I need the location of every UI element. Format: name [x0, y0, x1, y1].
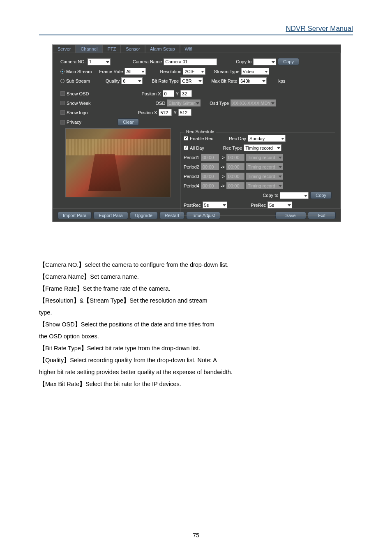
description-text: 【Camera NO.】select the camera to configu… [39, 259, 353, 390]
enable-rec-checkbox[interactable] [184, 136, 188, 141]
rec-copy-to-label: Copy to [263, 193, 278, 198]
copy-to-select[interactable] [253, 58, 276, 65]
frame-rate-label: Frame Rate [99, 69, 123, 74]
privacy-checkbox[interactable] [60, 120, 65, 125]
sub-stream-radio[interactable] [60, 79, 65, 83]
rec-schedule-fieldset: Rec Schedule Enable Rec Rec Day Sunday A… [180, 132, 335, 215]
tab-channel[interactable]: Channel [76, 45, 102, 53]
position-x-label: Positon X [141, 91, 161, 96]
period2-start[interactable]: 00:00 [201, 163, 219, 170]
period1-end[interactable]: 00:00 [226, 154, 244, 161]
main-stream-radio[interactable] [60, 69, 65, 74]
bitrate-type-label: Bit Rate Type [152, 79, 179, 83]
period2-label: Period2 [184, 164, 199, 169]
tab-alarm-setup[interactable]: Alarm Setup [145, 45, 180, 53]
tab-bar: Server Channel PTZ Sensor Alarm Setup Wi… [53, 45, 341, 53]
copy-button[interactable]: Copy [278, 58, 299, 65]
enable-rec-label: Enable Rec [190, 136, 213, 141]
doc-header: NDVR Server Manual [39, 25, 353, 35]
logo-pos-x-input[interactable]: 512 [159, 109, 172, 116]
stream-type-label: Stream Type [214, 69, 239, 74]
period2-end[interactable]: 00:00 [226, 163, 244, 170]
sub-stream-label: Sub Stream [66, 79, 90, 83]
all-day-checkbox[interactable] [184, 146, 188, 150]
show-logo-label: Show logo [67, 110, 88, 115]
main-stream-label: Main Stream [66, 69, 92, 74]
postrec-select[interactable]: 5s [203, 201, 227, 208]
period3-start[interactable]: 00:00 [201, 173, 219, 180]
postrec-label: PostRec [184, 203, 201, 208]
upgrade-button[interactable]: Upgrade [130, 212, 158, 219]
rec-type-label: Rec Type [223, 146, 242, 150]
rec-type-select[interactable]: Timing record [244, 144, 281, 151]
osd-style-select[interactable]: Clarity Glitter [167, 99, 201, 106]
osd-type-label: Osd Type [210, 101, 229, 106]
osd-type-select[interactable]: XX-XX-XXXX MDY [231, 99, 276, 106]
period4-start[interactable]: 00:00 [201, 182, 219, 189]
export-para-button[interactable]: Export Para [93, 212, 128, 219]
y2-label: Y [173, 110, 176, 115]
period1-label: Period1 [184, 155, 199, 160]
osd-pos-y-input[interactable]: 32 [180, 90, 192, 97]
tab-server[interactable]: Server [53, 45, 76, 53]
channel-config-window: Server Channel PTZ Sensor Alarm Setup Wi… [52, 44, 341, 222]
page-number: 75 [0, 532, 392, 539]
tab-wifi[interactable]: Wifi [180, 45, 197, 53]
camera-no-label: Camera NO. [60, 59, 86, 64]
max-bitrate-label: Max Bit Rate [211, 79, 237, 83]
show-osd-label: Show OSD [67, 91, 89, 96]
camera-no-select[interactable]: 1 [88, 58, 111, 65]
all-day-label: All Day [190, 146, 204, 150]
period2-type[interactable]: Timing record [246, 163, 283, 170]
period1-type[interactable]: Timing record [246, 154, 283, 161]
clear-button[interactable]: Clear [118, 118, 139, 126]
frame-rate-select[interactable]: All [125, 68, 146, 75]
period1-start[interactable]: 00:00 [201, 154, 219, 161]
osd-pos-x-input[interactable]: 0 [163, 90, 174, 97]
quality-label: Quality [106, 79, 120, 83]
y-label: Y [176, 91, 179, 96]
show-logo-checkbox[interactable] [60, 110, 65, 115]
show-week-checkbox[interactable] [60, 101, 65, 105]
period3-end[interactable]: 00:00 [226, 173, 244, 180]
max-bitrate-select[interactable]: 640k [239, 77, 267, 84]
period4-type[interactable]: Timing record [246, 182, 283, 189]
rec-day-select[interactable]: Sunday [248, 135, 286, 142]
import-para-button[interactable]: Import Para [58, 212, 92, 219]
camera-name-input[interactable]: Camera 01 [164, 58, 217, 65]
copy-to-label: Copy to [236, 59, 251, 64]
period3-type[interactable]: Timing record [246, 173, 283, 180]
logo-pos-y-input[interactable]: 512 [178, 109, 191, 116]
privacy-label: Privacy [67, 120, 81, 125]
prerec-select[interactable]: 5s [267, 201, 292, 208]
camera-name-label: Camera Name [133, 59, 162, 64]
rec-day-label: Rec Day [229, 136, 246, 141]
tab-sensor[interactable]: Sensor [121, 45, 145, 53]
quality-select[interactable]: 6 [121, 77, 143, 84]
rec-copy-to-select[interactable] [280, 192, 309, 199]
tab-ptz[interactable]: PTZ [102, 45, 121, 53]
kps-label: kps [278, 79, 285, 83]
bitrate-type-select[interactable]: CBR [180, 77, 203, 84]
prerec-label: PreRec [251, 203, 266, 208]
position-x2-label: Postion X [138, 110, 157, 115]
period3-label: Period3 [184, 174, 199, 179]
rec-copy-button[interactable]: Copy [310, 192, 332, 199]
camera-preview [65, 128, 171, 197]
stream-type-select[interactable]: Video [241, 68, 269, 75]
show-week-label: Show Week [67, 101, 91, 106]
resolution-label: Resolution [160, 69, 181, 74]
osd-label: OSD [156, 101, 166, 106]
show-osd-checkbox[interactable] [60, 91, 65, 96]
period4-end[interactable]: 00:00 [226, 182, 244, 189]
period4-label: Period4 [184, 183, 199, 188]
rec-schedule-legend: Rec Schedule [184, 129, 216, 134]
resolution-select[interactable]: 2CIF [183, 68, 205, 75]
